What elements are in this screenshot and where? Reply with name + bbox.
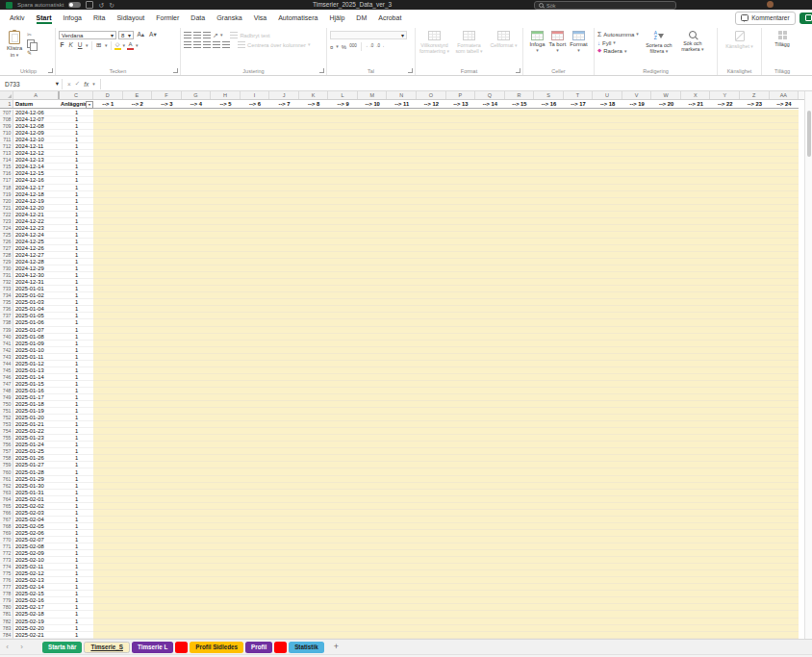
row-number[interactable]: 730 bbox=[0, 265, 13, 272]
row-number[interactable]: 751 bbox=[0, 408, 13, 415]
cell-date[interactable]: 2025-02-01 bbox=[13, 496, 60, 503]
cell-anlaggning-value[interactable]: 1 bbox=[60, 259, 93, 265]
row-number[interactable]: 783 bbox=[0, 625, 13, 632]
row-number[interactable]: 724 bbox=[0, 225, 13, 232]
cell-anlaggning-value[interactable]: 1 bbox=[60, 334, 93, 341]
cell-hours-region[interactable] bbox=[93, 537, 799, 543]
column-header-f[interactable]: F bbox=[152, 91, 182, 99]
cell-date[interactable]: 2025-01-19 bbox=[13, 408, 60, 415]
row-number[interactable]: 731 bbox=[0, 272, 13, 279]
cell-date[interactable]: 2024-12-19 bbox=[13, 198, 60, 205]
cell-hours-region[interactable] bbox=[93, 292, 799, 299]
underline-button[interactable]: U bbox=[76, 42, 84, 49]
row-number[interactable]: 748 bbox=[0, 388, 13, 394]
cell-anlaggning-value[interactable]: 1 bbox=[60, 510, 93, 517]
row-number[interactable]: 775 bbox=[0, 570, 13, 577]
dialog-launcher-tecken[interactable] bbox=[173, 68, 178, 73]
cell-hours-region[interactable] bbox=[93, 299, 799, 306]
cell-hours-region[interactable] bbox=[93, 225, 799, 232]
row-number[interactable]: 760 bbox=[0, 468, 13, 475]
cell-hours-region[interactable] bbox=[93, 177, 799, 184]
cell-date[interactable]: 2025-01-31 bbox=[13, 490, 60, 496]
cell-date[interactable]: 2024-12-14 bbox=[13, 164, 60, 170]
row-number[interactable]: 708 bbox=[0, 116, 13, 123]
row-number[interactable]: 714 bbox=[0, 157, 13, 164]
cell-hours-region[interactable] bbox=[93, 632, 799, 639]
cell-anlaggning-value[interactable]: 1 bbox=[60, 218, 93, 225]
cell-hours-region[interactable] bbox=[93, 462, 799, 468]
menu-tab-sidlayout[interactable]: Sidlayout bbox=[111, 12, 150, 25]
row-number[interactable]: 770 bbox=[0, 537, 13, 543]
cell-date[interactable]: 2025-02-03 bbox=[13, 510, 60, 517]
cell-date[interactable]: 2025-01-25 bbox=[13, 448, 60, 455]
save-icon[interactable] bbox=[86, 1, 93, 9]
column-header-h[interactable]: H bbox=[211, 91, 241, 99]
cell-anlaggning-value[interactable]: 1 bbox=[60, 388, 93, 394]
sheet-nav-prev-icon[interactable]: ‹ bbox=[0, 644, 14, 651]
conditional-formatting-button[interactable]: Villkorsstyrd formatering ▾ bbox=[419, 31, 450, 54]
hour-header-24[interactable]: --> 24 bbox=[770, 100, 799, 108]
row-number[interactable]: 746 bbox=[0, 374, 13, 381]
row-number[interactable]: 780 bbox=[0, 604, 13, 611]
sheet-tab-statistik[interactable]: Statistik bbox=[289, 642, 324, 653]
row-number[interactable]: 755 bbox=[0, 435, 13, 442]
cell-anlaggning-value[interactable]: 1 bbox=[60, 503, 93, 510]
copy-icon[interactable] bbox=[27, 39, 35, 48]
menu-tab-visa[interactable]: Visa bbox=[248, 12, 273, 25]
format-as-table-button[interactable]: Formatera som tabell ▾ bbox=[453, 31, 485, 54]
cell-anlaggning-value[interactable]: 1 bbox=[60, 611, 93, 618]
cell-hours-region[interactable] bbox=[93, 354, 799, 361]
cell-anlaggning-value[interactable]: 1 bbox=[60, 394, 93, 401]
row-number[interactable]: 754 bbox=[0, 428, 13, 435]
cell-date[interactable]: 2025-02-19 bbox=[13, 619, 60, 625]
fx-icon[interactable]: fx bbox=[84, 81, 89, 88]
cell-hours-region[interactable] bbox=[93, 483, 799, 490]
row-number[interactable]: 749 bbox=[0, 394, 13, 401]
cell-date[interactable]: 2024-12-09 bbox=[13, 130, 60, 137]
cell-date[interactable]: 2024-12-25 bbox=[13, 239, 60, 245]
cell-anlaggning-value[interactable]: 1 bbox=[60, 252, 93, 259]
cell-date[interactable]: 2025-02-04 bbox=[13, 517, 60, 523]
sensitivity-button[interactable]: Känslighet ▾ bbox=[723, 31, 756, 65]
cell-hours-region[interactable] bbox=[93, 272, 799, 279]
cell-date[interactable]: 2025-01-20 bbox=[13, 415, 60, 421]
cell-date[interactable]: 2025-01-04 bbox=[13, 306, 60, 313]
cell-date[interactable]: 2025-02-07 bbox=[13, 537, 60, 543]
cell-hours-region[interactable] bbox=[93, 408, 799, 415]
cut-icon[interactable]: ✂ bbox=[27, 32, 35, 38]
cell-date[interactable]: 2025-02-10 bbox=[13, 557, 60, 564]
cell-hours-region[interactable] bbox=[93, 191, 799, 198]
cell-date[interactable]: 2025-01-01 bbox=[13, 286, 60, 292]
align-left-icon[interactable] bbox=[184, 41, 191, 48]
cell-date[interactable]: 2025-02-15 bbox=[13, 591, 60, 597]
cell-date[interactable]: 2025-01-17 bbox=[13, 394, 60, 401]
cell-anlaggning-value[interactable]: 1 bbox=[60, 265, 93, 272]
cell-date[interactable]: 2024-12-17 bbox=[13, 185, 60, 191]
hour-header-17[interactable]: --> 17 bbox=[564, 100, 594, 108]
row-number[interactable]: 745 bbox=[0, 367, 13, 374]
cell-date[interactable]: 2024-12-21 bbox=[13, 212, 60, 218]
row-number[interactable]: 764 bbox=[0, 496, 13, 503]
row-number[interactable]: 722 bbox=[0, 212, 13, 218]
row-number[interactable]: 740 bbox=[0, 334, 13, 341]
row-number[interactable]: 752 bbox=[0, 415, 13, 421]
cell-date[interactable]: 2025-01-28 bbox=[13, 468, 60, 475]
cell-hours-region[interactable] bbox=[93, 401, 799, 408]
cell-anlaggning-value[interactable]: 1 bbox=[60, 490, 93, 496]
row-number[interactable]: 713 bbox=[0, 150, 13, 157]
column-header-m[interactable]: M bbox=[358, 91, 388, 99]
sheet-tab-timserie-s[interactable]: Timserie_S bbox=[84, 642, 130, 653]
cell-hours-region[interactable] bbox=[93, 468, 799, 475]
cell-anlaggning-value[interactable]: 1 bbox=[60, 164, 93, 170]
row-number[interactable]: 763 bbox=[0, 490, 13, 496]
align-center-icon[interactable] bbox=[193, 41, 201, 48]
cell-hours-region[interactable] bbox=[93, 584, 799, 591]
hour-header-5[interactable]: --> 5 bbox=[211, 100, 241, 108]
column-header-u[interactable]: U bbox=[593, 91, 622, 99]
row-number[interactable]: 778 bbox=[0, 591, 13, 597]
font-name-select[interactable]: Verdana▾ bbox=[59, 31, 116, 39]
cell-hours-region[interactable] bbox=[93, 591, 799, 597]
cell-hours-region[interactable] bbox=[93, 205, 799, 212]
column-header-a[interactable]: A bbox=[13, 91, 60, 99]
cell-hours-region[interactable] bbox=[93, 490, 799, 496]
